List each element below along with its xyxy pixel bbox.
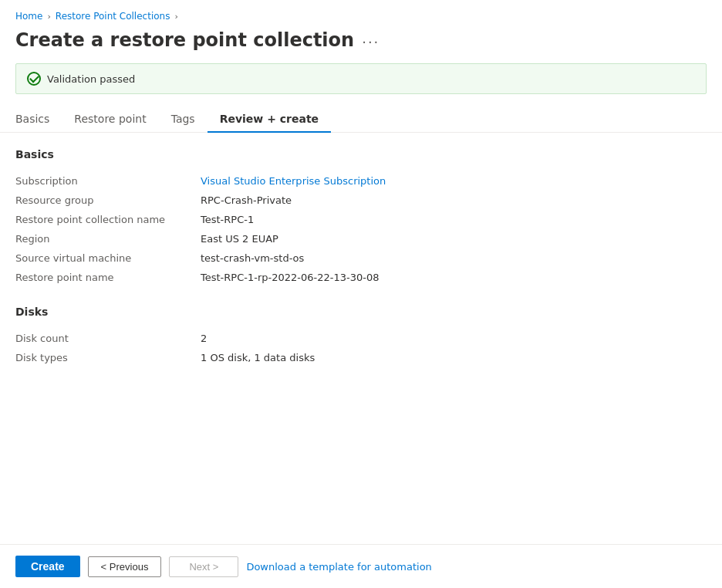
previous-button[interactable]: < Previous: [88, 556, 162, 577]
label-disk-count: Disk count: [15, 333, 201, 344]
field-subscription: Subscription Visual Studio Enterprise Su…: [15, 171, 707, 191]
validation-passed-icon: [27, 72, 41, 86]
field-resource-group: Resource group RPC-Crash-Private: [15, 191, 707, 210]
value-restore-point-name: Test-RPC-1-rp-2022-06-22-13-30-08: [201, 272, 379, 283]
tab-restore-point[interactable]: Restore point: [62, 106, 158, 133]
field-disk-count: Disk count 2: [15, 329, 707, 348]
field-region: Region East US 2 EUAP: [15, 229, 707, 248]
value-collection-name: Test-RPC-1: [201, 214, 254, 225]
breadcrumb-sep-1: ›: [47, 12, 50, 22]
value-disk-types: 1 OS disk, 1 data disks: [201, 352, 315, 363]
label-source-vm: Source virtual machine: [15, 252, 201, 264]
page-header: Create a restore point collection ···: [0, 26, 722, 63]
validation-banner: Validation passed: [15, 63, 707, 94]
page-title: Create a restore point collection: [15, 29, 354, 51]
breadcrumb: Home › Restore Point Collections ›: [0, 0, 722, 26]
more-options-icon[interactable]: ···: [362, 34, 380, 50]
value-disk-count: 2: [201, 333, 207, 344]
tab-basics[interactable]: Basics: [15, 106, 62, 133]
field-source-vm: Source virtual machine test-crash-vm-std…: [15, 248, 707, 268]
basics-section-title: Basics: [15, 148, 707, 161]
value-region: East US 2 EUAP: [201, 233, 278, 245]
label-restore-point-name: Restore point name: [15, 272, 201, 283]
breadcrumb-collection[interactable]: Restore Point Collections: [56, 11, 170, 22]
label-subscription: Subscription: [15, 175, 201, 187]
tabs-container: Basics Restore point Tags Review + creat…: [0, 106, 722, 133]
breadcrumb-home[interactable]: Home: [15, 11, 42, 22]
breadcrumb-sep-2: ›: [174, 12, 177, 22]
tab-tags[interactable]: Tags: [159, 106, 207, 133]
main-content: Basics Subscription Visual Studio Enterp…: [0, 148, 722, 367]
field-collection-name: Restore point collection name Test-RPC-1: [15, 210, 707, 229]
download-template-link[interactable]: Download a template for automation: [246, 561, 431, 573]
field-restore-point-name: Restore point name Test-RPC-1-rp-2022-06…: [15, 268, 707, 287]
value-source-vm: test-crash-vm-std-os: [201, 252, 304, 264]
label-collection-name: Restore point collection name: [15, 214, 201, 225]
basics-section: Basics Subscription Visual Studio Enterp…: [15, 148, 707, 287]
validation-message: Validation passed: [47, 73, 135, 85]
tab-review-create[interactable]: Review + create: [207, 106, 331, 133]
label-region: Region: [15, 233, 201, 245]
label-resource-group: Resource group: [15, 194, 201, 206]
field-disk-types: Disk types 1 OS disk, 1 data disks: [15, 348, 707, 367]
disks-section: Disks Disk count 2 Disk types 1 OS disk,…: [15, 306, 707, 367]
footer: Create < Previous Next > Download a temp…: [0, 544, 722, 588]
value-subscription[interactable]: Visual Studio Enterprise Subscription: [201, 175, 386, 187]
disks-section-title: Disks: [15, 306, 707, 318]
value-resource-group: RPC-Crash-Private: [201, 194, 292, 206]
label-disk-types: Disk types: [15, 352, 201, 363]
next-button[interactable]: Next >: [169, 556, 238, 577]
create-button[interactable]: Create: [15, 556, 80, 577]
